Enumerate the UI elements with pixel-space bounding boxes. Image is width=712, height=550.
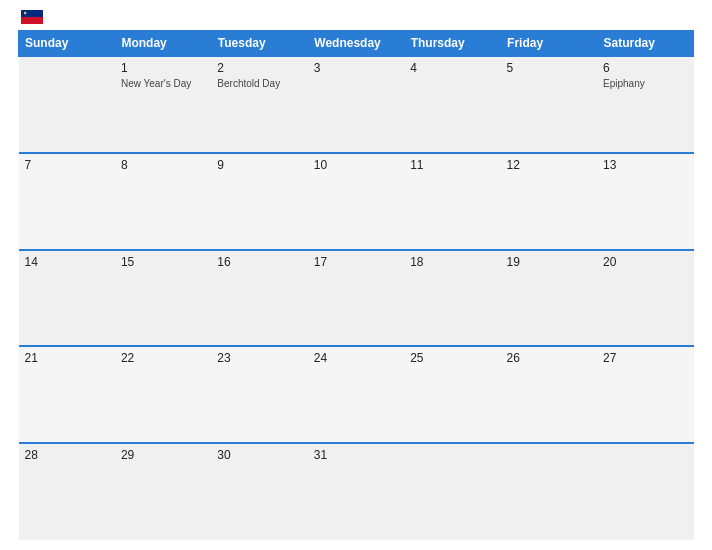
day-number: 2 (217, 61, 301, 75)
day-number: 11 (410, 158, 494, 172)
calendar-table: SundayMondayTuesdayWednesdayThursdayFrid… (18, 30, 694, 540)
calendar-cell: 11 (404, 153, 500, 250)
day-number: 14 (25, 255, 109, 269)
calendar-cell: 15 (115, 250, 211, 347)
day-number: 27 (603, 351, 687, 365)
weekday-header-friday: Friday (501, 31, 597, 57)
calendar-cell: 26 (501, 346, 597, 443)
holiday-label: Epiphany (603, 77, 687, 90)
calendar-cell: 17 (308, 250, 404, 347)
day-number: 17 (314, 255, 398, 269)
day-number: 29 (121, 448, 205, 462)
day-number: 9 (217, 158, 301, 172)
calendar-page: SundayMondayTuesdayWednesdayThursdayFrid… (0, 0, 712, 550)
calendar-cell: 20 (597, 250, 693, 347)
calendar-cell: 3 (308, 56, 404, 153)
day-number: 22 (121, 351, 205, 365)
calendar-header (18, 10, 694, 24)
day-number: 24 (314, 351, 398, 365)
day-number: 7 (25, 158, 109, 172)
day-number: 13 (603, 158, 687, 172)
day-number: 28 (25, 448, 109, 462)
calendar-cell: 5 (501, 56, 597, 153)
calendar-cell: 21 (19, 346, 115, 443)
weekday-header-saturday: Saturday (597, 31, 693, 57)
day-number: 18 (410, 255, 494, 269)
day-number: 4 (410, 61, 494, 75)
day-number: 30 (217, 448, 301, 462)
calendar-cell: 31 (308, 443, 404, 540)
day-number: 31 (314, 448, 398, 462)
day-number: 16 (217, 255, 301, 269)
calendar-cell: 10 (308, 153, 404, 250)
day-number: 6 (603, 61, 687, 75)
calendar-cell: 29 (115, 443, 211, 540)
calendar-cell: 14 (19, 250, 115, 347)
day-number: 5 (507, 61, 591, 75)
calendar-cell: 24 (308, 346, 404, 443)
calendar-week-1: 1New Year's Day2Berchtold Day3456Epiphan… (19, 56, 694, 153)
holiday-label: New Year's Day (121, 77, 205, 90)
calendar-cell: 9 (211, 153, 307, 250)
calendar-cell: 28 (19, 443, 115, 540)
logo-flag-icon (21, 10, 43, 24)
weekday-header-sunday: Sunday (19, 31, 115, 57)
weekday-header-monday: Monday (115, 31, 211, 57)
weekday-header-tuesday: Tuesday (211, 31, 307, 57)
day-number: 3 (314, 61, 398, 75)
calendar-cell: 25 (404, 346, 500, 443)
day-number: 25 (410, 351, 494, 365)
day-number: 20 (603, 255, 687, 269)
calendar-cell: 4 (404, 56, 500, 153)
calendar-cell: 8 (115, 153, 211, 250)
calendar-cell: 12 (501, 153, 597, 250)
calendar-cell: 27 (597, 346, 693, 443)
day-number: 10 (314, 158, 398, 172)
calendar-cell (404, 443, 500, 540)
calendar-week-5: 28293031 (19, 443, 694, 540)
svg-rect-1 (21, 17, 43, 24)
calendar-cell: 30 (211, 443, 307, 540)
calendar-cell: 2Berchtold Day (211, 56, 307, 153)
weekday-header-thursday: Thursday (404, 31, 500, 57)
calendar-cell: 7 (19, 153, 115, 250)
calendar-cell: 16 (211, 250, 307, 347)
day-number: 1 (121, 61, 205, 75)
logo (18, 10, 43, 24)
day-number: 15 (121, 255, 205, 269)
calendar-cell: 22 (115, 346, 211, 443)
calendar-cell (19, 56, 115, 153)
calendar-cell: 18 (404, 250, 500, 347)
calendar-week-2: 78910111213 (19, 153, 694, 250)
day-number: 19 (507, 255, 591, 269)
calendar-cell: 6Epiphany (597, 56, 693, 153)
calendar-cell: 23 (211, 346, 307, 443)
holiday-label: Berchtold Day (217, 77, 301, 90)
day-number: 26 (507, 351, 591, 365)
calendar-cell (597, 443, 693, 540)
day-number: 23 (217, 351, 301, 365)
calendar-week-4: 21222324252627 (19, 346, 694, 443)
calendar-cell: 1New Year's Day (115, 56, 211, 153)
calendar-cell: 19 (501, 250, 597, 347)
calendar-cell (501, 443, 597, 540)
day-number: 21 (25, 351, 109, 365)
calendar-cell: 13 (597, 153, 693, 250)
weekday-header-wednesday: Wednesday (308, 31, 404, 57)
calendar-week-3: 14151617181920 (19, 250, 694, 347)
day-number: 12 (507, 158, 591, 172)
weekday-header-row: SundayMondayTuesdayWednesdayThursdayFrid… (19, 31, 694, 57)
day-number: 8 (121, 158, 205, 172)
